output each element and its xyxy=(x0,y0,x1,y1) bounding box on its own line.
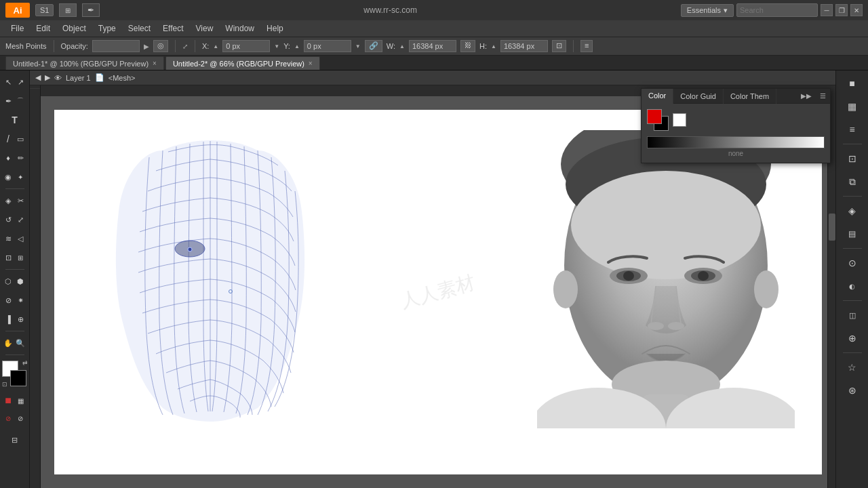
w-up-arrow[interactable]: ▲ xyxy=(399,43,405,49)
minimize-button[interactable]: ─ xyxy=(821,4,833,16)
rp-artboards-btn[interactable]: ⊕ xyxy=(840,328,865,348)
rp-symbols-btn[interactable]: ☆ xyxy=(840,357,865,378)
color-theme-tab[interactable]: Color Them xyxy=(724,89,776,104)
curvature-tool[interactable]: ⌒ xyxy=(15,92,26,110)
rp-stroke-btn[interactable]: ⊙ xyxy=(840,253,865,273)
gradient-icon[interactable]: ▦ xyxy=(15,392,26,409)
color-guide-tab[interactable]: Color Guid xyxy=(673,89,724,104)
opacity-input[interactable] xyxy=(92,40,140,52)
blob-brush-tool[interactable]: ◉ xyxy=(3,168,14,186)
hand-tool[interactable]: ✋ xyxy=(3,334,14,352)
essentials-button[interactable]: Essentials ▾ xyxy=(681,4,734,17)
artboard-tool[interactable]: ⊕ xyxy=(15,310,26,328)
x-input[interactable]: 0 px xyxy=(222,40,270,52)
zoom-tool[interactable]: 🔍 xyxy=(15,334,26,352)
live-paint-tool[interactable]: ⬢ xyxy=(15,272,26,290)
h-input[interactable]: 16384 px xyxy=(500,40,548,52)
y-up-arrow[interactable]: ▲ xyxy=(294,43,300,49)
tab2-close[interactable]: × xyxy=(309,60,313,67)
eraser-tool[interactable]: ◈ xyxy=(3,192,14,209)
rp-gradient-btn[interactable]: ▤ xyxy=(840,224,865,244)
x-up-arrow[interactable]: ▲ xyxy=(213,43,218,49)
layer-visibility-icon[interactable]: 👁 xyxy=(54,74,62,82)
opacity-icon[interactable]: ◎ xyxy=(153,40,168,52)
panel-menu-button[interactable]: ☰ xyxy=(816,92,830,100)
selection-tool[interactable]: ↖ xyxy=(3,73,14,91)
paintbrush-tool[interactable]: ♦ xyxy=(3,149,14,167)
view-button[interactable]: ⊞ xyxy=(59,3,77,17)
layer-back-arrow[interactable]: ◀ xyxy=(35,73,41,82)
none-fill-icon[interactable]: ⊘ xyxy=(3,409,14,427)
x-down-arrow[interactable]: ▼ xyxy=(274,43,279,49)
tab-untitled2[interactable]: Untitled-2* @ 66% (RGB/GPU Preview) × xyxy=(165,56,320,70)
warp-tool[interactable]: ≋ xyxy=(3,230,14,247)
essentials-label: Essentials xyxy=(687,6,721,14)
layer-forward-arrow[interactable]: ▶ xyxy=(45,73,50,82)
blend-tool[interactable]: ⁕ xyxy=(15,291,26,309)
menu-view[interactable]: View xyxy=(191,22,219,35)
column-graph-tool[interactable]: ▐ xyxy=(3,310,14,328)
menu-help[interactable]: Help xyxy=(261,22,289,35)
rp-opacity-btn[interactable]: ◐ xyxy=(840,276,865,296)
close-button[interactable]: ✕ xyxy=(850,4,863,16)
white-swatch[interactable] xyxy=(673,113,686,127)
rp-swatches-btn[interactable]: ▦ xyxy=(840,96,865,117)
y-input[interactable]: 0 px xyxy=(304,40,351,52)
layer-name[interactable]: Layer 1 xyxy=(66,74,91,82)
scrollbar-thumb[interactable] xyxy=(829,214,835,241)
color-icon[interactable]: ■ xyxy=(3,392,14,409)
rect-tool[interactable]: ▭ xyxy=(15,130,26,148)
scale-tool[interactable]: ⤢ xyxy=(15,211,26,228)
rp-color-btn[interactable]: ■ xyxy=(840,73,865,94)
rp-pathfinder-btn[interactable]: ◈ xyxy=(840,201,865,221)
link-icon[interactable]: 🔗 xyxy=(365,40,382,52)
pen-tool[interactable]: ✒ xyxy=(3,92,14,110)
rp-align-btn[interactable]: ⧉ xyxy=(840,171,865,192)
rotate-tool[interactable]: ↺ xyxy=(3,211,14,228)
restore-button[interactable]: ❐ xyxy=(835,4,848,16)
line-tool[interactable]: / xyxy=(3,130,14,148)
fill-square[interactable] xyxy=(647,109,662,124)
w-input[interactable]: 16384 px xyxy=(409,40,456,52)
rp-graphic-styles-btn[interactable]: ⊛ xyxy=(840,380,865,401)
search-input[interactable] xyxy=(736,3,818,17)
menu-edit[interactable]: Edit xyxy=(31,22,56,35)
swap-colors-icon[interactable]: ⇄ xyxy=(22,359,28,366)
y-down-arrow[interactable]: ▼ xyxy=(355,43,361,49)
rp-brushes-btn[interactable]: ≡ xyxy=(840,119,865,140)
background-swatch[interactable] xyxy=(10,370,26,386)
free-transform-tool[interactable]: ⊡ xyxy=(3,249,14,266)
direct-select-tool[interactable]: ↗ xyxy=(15,73,26,91)
brush-button[interactable]: ✒ xyxy=(82,3,100,17)
menu-type[interactable]: Type xyxy=(93,22,121,35)
rp-transform-btn[interactable]: ⊡ xyxy=(840,148,865,169)
none-fill-icon2[interactable]: ⊘ xyxy=(15,409,26,427)
align-icon[interactable]: ⊡ xyxy=(552,40,566,52)
menu-file[interactable]: File xyxy=(5,22,29,35)
tab1-close[interactable]: × xyxy=(153,60,157,67)
color-gradient-slider[interactable] xyxy=(647,136,825,148)
constrain-icon[interactable]: ⛓ xyxy=(460,40,475,52)
default-colors-icon[interactable]: ⊡ xyxy=(2,381,7,388)
mode-button[interactable]: S1 xyxy=(35,4,54,16)
puppet-warp-tool[interactable]: ⊞ xyxy=(15,249,26,266)
opacity-arrow[interactable]: ▶ xyxy=(144,43,149,50)
shaper-tool[interactable]: ✦ xyxy=(15,168,26,186)
menu-window[interactable]: Window xyxy=(220,22,260,35)
menu-object[interactable]: Object xyxy=(57,22,92,35)
tab-untitled1[interactable]: Untitled-1* @ 100% (RGB/GPU Preview) × xyxy=(5,56,164,70)
width-tool[interactable]: ◁ xyxy=(15,230,26,247)
menu-effect[interactable]: Effect xyxy=(157,22,189,35)
eyedropper-tool[interactable]: ⊘ xyxy=(3,291,14,309)
more-options[interactable]: ≡ xyxy=(580,40,593,52)
panel-expand-arrow[interactable]: ▶▶ xyxy=(797,92,816,100)
type-tool[interactable]: T xyxy=(3,111,27,129)
scissors-tool[interactable]: ✂ xyxy=(15,192,26,209)
h-up-arrow[interactable]: ▲ xyxy=(491,43,496,49)
screen-mode-button[interactable]: ⊟ xyxy=(3,431,27,449)
pencil-tool[interactable]: ✏ xyxy=(15,149,26,167)
color-tab[interactable]: Color xyxy=(642,89,673,104)
menu-select[interactable]: Select xyxy=(123,22,156,35)
shape-builder-tool[interactable]: ⬡ xyxy=(3,272,14,290)
rp-layers-btn[interactable]: ◫ xyxy=(840,305,865,325)
